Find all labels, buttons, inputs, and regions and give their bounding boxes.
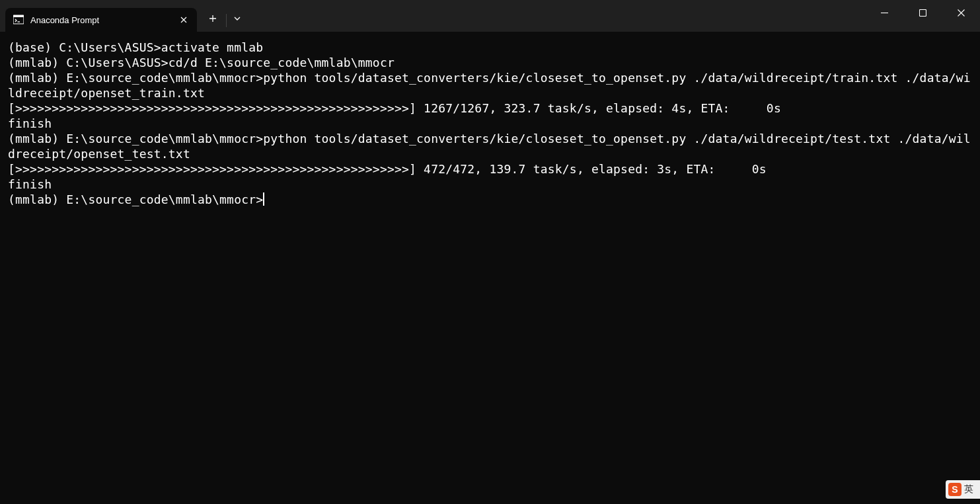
terminal-output: (base) C:\Users\ASUS>activate mmlab	[8, 40, 972, 55]
titlebar: Anaconda Prompt	[0, 0, 980, 32]
maximize-button[interactable]	[903, 0, 942, 25]
terminal-area[interactable]: (base) C:\Users\ASUS>activate mmlab(mmla…	[0, 32, 980, 504]
terminal-output: (mmlab) E:\source_code\mmlab\mmocr>pytho…	[8, 70, 972, 101]
svg-rect-1	[13, 15, 24, 17]
close-window-button[interactable]	[942, 0, 980, 25]
terminal-output: [>>>>>>>>>>>>>>>>>>>>>>>>>>>>>>>>>>>>>>>…	[8, 161, 972, 177]
tab-title: Anaconda Prompt	[30, 15, 177, 25]
terminal-prompt-line: (mmlab) E:\source_code\mmlab\mmocr>	[8, 192, 972, 207]
tab-dropdown-button[interactable]	[228, 8, 246, 29]
terminal-output: (mmlab) E:\source_code\mmlab\mmocr>pytho…	[8, 131, 972, 161]
terminal-output: finish	[8, 116, 972, 131]
new-tab-button[interactable]	[202, 8, 223, 29]
window-controls	[865, 0, 980, 25]
ime-indicator[interactable]: S 英	[946, 480, 980, 499]
terminal-output: [>>>>>>>>>>>>>>>>>>>>>>>>>>>>>>>>>>>>>>>…	[8, 101, 972, 116]
tab-close-button[interactable]	[177, 13, 190, 26]
terminal-prompt: (mmlab) E:\source_code\mmlab\mmocr>	[8, 192, 263, 206]
minimize-button[interactable]	[865, 0, 903, 25]
ime-language-label: 英	[964, 483, 973, 495]
ime-sogou-icon: S	[948, 483, 961, 496]
terminal-output: (mmlab) C:\Users\ASUS>cd/d E:\source_cod…	[8, 55, 972, 70]
terminal-tab-icon	[13, 15, 24, 25]
cursor-icon	[263, 192, 264, 206]
tab-divider	[226, 14, 227, 27]
tab-anaconda-prompt[interactable]: Anaconda Prompt	[5, 8, 197, 32]
terminal-output: finish	[8, 177, 972, 192]
svg-rect-4	[919, 9, 926, 16]
